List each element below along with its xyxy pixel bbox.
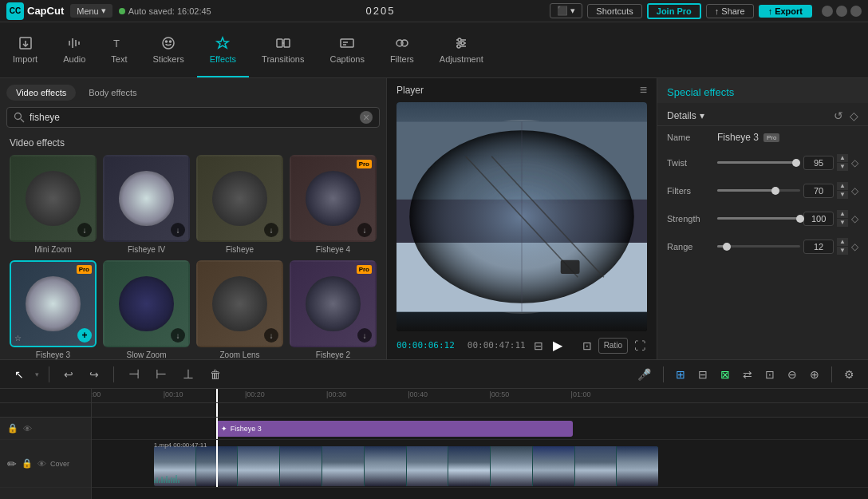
- filters-reset[interactable]: ◇: [851, 185, 858, 196]
- select-tool[interactable]: ↖: [10, 366, 29, 382]
- redo-button[interactable]: ↪: [85, 366, 104, 382]
- ruler-mark-30: |00:30: [326, 390, 346, 398]
- effect-label-slow-zoom: Slow Zoom: [126, 350, 166, 359]
- twist-slider[interactable]: [717, 161, 800, 164]
- tab-video-effects[interactable]: Video effects: [6, 85, 76, 101]
- window-controls: − □ ×: [822, 6, 862, 17]
- tool-adjustment[interactable]: Adjustment: [427, 22, 496, 77]
- twist-reset[interactable]: ◇: [851, 157, 858, 168]
- split-screen-button[interactable]: ⊟: [694, 366, 712, 382]
- range-slider[interactable]: [717, 245, 800, 248]
- filters-down[interactable]: ▼: [837, 191, 848, 199]
- svg-point-19: [457, 45, 460, 48]
- effect-mini-zoom[interactable]: ↓ Mini Zoom: [10, 155, 97, 254]
- video-clip-info: 1.mp4 00:00:47:11: [154, 442, 207, 449]
- filters-up[interactable]: ▲: [837, 182, 848, 190]
- unlink-button[interactable]: ◇: [850, 109, 858, 122]
- play-button[interactable]: ▶: [551, 336, 564, 354]
- effect-thumb-mini-zoom: ↓: [10, 155, 97, 242]
- video-edit-button[interactable]: ✏: [6, 457, 18, 471]
- range-reset[interactable]: ◇: [851, 241, 858, 252]
- pip-button[interactable]: ⊡: [761, 366, 779, 382]
- split-head-button[interactable]: ⊣: [124, 365, 144, 383]
- effect-fisheye-3[interactable]: Pro ☆ + Fisheye 3: [10, 260, 97, 359]
- download-icon[interactable]: ↓: [77, 223, 92, 237]
- close-button[interactable]: ×: [850, 6, 862, 17]
- video-track-eye[interactable]: 👁: [37, 458, 47, 469]
- add-to-timeline-icon[interactable]: +: [77, 328, 92, 343]
- effect-fisheye-iv[interactable]: ↓ Fisheye IV: [103, 155, 190, 254]
- tool-audio[interactable]: Audio: [50, 22, 98, 77]
- main-track-button[interactable]: ⊞: [672, 366, 689, 382]
- svg-rect-6: [277, 39, 282, 47]
- star-icon[interactable]: ☆: [14, 334, 22, 343]
- toolbar: Import Audio T Text Stickers Effects Tra…: [0, 22, 868, 78]
- zoom-in-button[interactable]: ⊕: [806, 366, 823, 382]
- player-menu-button[interactable]: ≡: [640, 83, 647, 97]
- export-button[interactable]: ↑Export: [759, 5, 812, 18]
- shortcuts-button[interactable]: Shortcuts: [587, 4, 641, 18]
- twist-up[interactable]: ▲: [837, 154, 848, 162]
- link-button[interactable]: ⇄: [739, 366, 756, 382]
- minimize-button[interactable]: −: [822, 6, 833, 17]
- video-track-lock[interactable]: 🔒: [21, 457, 34, 469]
- undo-button[interactable]: ↩: [59, 366, 78, 382]
- twist-down[interactable]: ▼: [837, 163, 848, 171]
- strength-up[interactable]: ▲: [837, 210, 848, 218]
- effect-fisheye[interactable]: ↓ Fisheye: [196, 155, 283, 254]
- tool-captions[interactable]: Captions: [317, 22, 377, 77]
- snapshot-button[interactable]: ⊡: [581, 338, 594, 354]
- strength-down[interactable]: ▼: [837, 219, 848, 227]
- effect-fisheye-4[interactable]: Pro ↓ Fisheye 4: [290, 155, 377, 254]
- download-icon[interactable]: ↓: [357, 328, 372, 343]
- settings-button[interactable]: ⚙: [840, 366, 858, 382]
- strength-slider[interactable]: [717, 217, 800, 220]
- rewind-button[interactable]: ⊟: [532, 338, 545, 354]
- tool-filters[interactable]: Filters: [377, 22, 427, 77]
- strength-reset[interactable]: ◇: [851, 213, 858, 224]
- fullscreen-button[interactable]: ⛶: [633, 338, 647, 354]
- range-up[interactable]: ▲: [837, 238, 848, 246]
- clear-search-button[interactable]: ×: [360, 111, 373, 124]
- share-button[interactable]: ↑Share: [706, 4, 754, 18]
- range-down[interactable]: ▼: [837, 247, 848, 255]
- reset-all-button[interactable]: ↺: [834, 109, 843, 122]
- overlay-button[interactable]: ⊠: [716, 366, 734, 382]
- effects-track-lock[interactable]: 🔒: [6, 422, 19, 434]
- zoom-out-button[interactable]: ⊖: [783, 366, 801, 382]
- tool-text[interactable]: T Text: [98, 22, 140, 77]
- player-controls: 00:00:06:12 00:00:47:11 ⊟ ▶ ⊡ Ratio ⛶: [387, 331, 657, 359]
- tool-transitions[interactable]: Transitions: [249, 22, 317, 77]
- split-tail-button[interactable]: ⊢: [151, 365, 172, 383]
- download-icon[interactable]: ↓: [357, 223, 372, 237]
- effect-label-fisheye-iv: Fisheye IV: [128, 245, 165, 254]
- search-input[interactable]: [30, 112, 355, 123]
- menu-button[interactable]: Menu ▾: [70, 4, 112, 18]
- filters-slider[interactable]: [717, 189, 800, 192]
- pin-track: [92, 403, 868, 418]
- video-clip[interactable]: [154, 446, 658, 486]
- mic-button[interactable]: 🎤: [633, 366, 655, 382]
- maximize-button[interactable]: □: [836, 6, 847, 17]
- effect-zoom-lens[interactable]: ↓ Zoom Lens: [196, 260, 283, 359]
- tool-stickers[interactable]: Stickers: [140, 22, 197, 77]
- tool-import[interactable]: Import: [0, 22, 50, 77]
- tool-effects[interactable]: Effects: [197, 22, 249, 77]
- effects-track-eye[interactable]: 👁: [22, 423, 33, 434]
- effects-clip[interactable]: ✦ Fisheye 3: [216, 421, 574, 437]
- download-icon[interactable]: ↓: [264, 223, 278, 237]
- tab-body-effects[interactable]: Body effects: [79, 85, 146, 101]
- download-icon[interactable]: ↓: [171, 328, 185, 343]
- split-button[interactable]: ⊥: [178, 365, 199, 383]
- download-icon[interactable]: ↓: [171, 223, 185, 237]
- download-icon[interactable]: ↓: [264, 328, 278, 343]
- join-pro-button[interactable]: Join Pro: [647, 3, 701, 19]
- delete-button[interactable]: 🗑: [205, 366, 226, 382]
- range-stepper: ▲ ▼: [837, 238, 848, 255]
- ruler-mark-0: 00:00: [92, 390, 101, 398]
- effect-fisheye-2[interactable]: Pro ↓ Fisheye 2: [290, 260, 377, 359]
- effect-slow-zoom[interactable]: ↓ Slow Zoom: [103, 260, 190, 359]
- ratio-button[interactable]: Ratio: [598, 338, 628, 354]
- special-effects-panel: Special effects Details ▾ ↺ ◇ Name Fishe…: [657, 78, 868, 359]
- monitor-button[interactable]: ⬛ ▾: [550, 3, 582, 18]
